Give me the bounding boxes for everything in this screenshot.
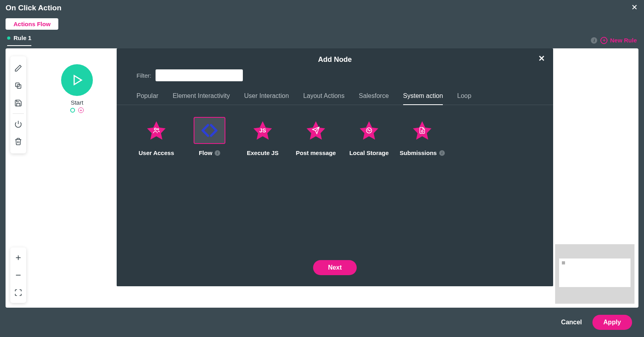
node-label: Execute JS <box>247 149 279 156</box>
copy-icon <box>14 82 22 90</box>
save-tool-button[interactable] <box>10 94 26 112</box>
minimap[interactable] <box>555 244 634 304</box>
node-label: Post message <box>296 149 336 156</box>
window-title: On Click Action <box>6 4 62 12</box>
node-local-storage[interactable]: Local Storage <box>349 117 389 156</box>
modal-footer: Next <box>117 252 553 286</box>
info-icon[interactable]: i <box>591 37 597 44</box>
svg-point-10 <box>158 128 159 130</box>
maximize-icon <box>14 289 22 297</box>
storage-icon <box>365 126 373 134</box>
close-window-button[interactable] <box>631 3 638 13</box>
title-bar: On Click Action <box>0 0 644 16</box>
node-flow[interactable]: Flowi <box>190 117 229 156</box>
canvas-toolbar <box>10 56 26 153</box>
pencil-icon <box>14 64 22 72</box>
modal-title: Add Node <box>318 56 352 64</box>
zoom-out-button[interactable] <box>10 266 26 284</box>
edit-tool-button[interactable] <box>10 59 26 77</box>
start-node-actions: + <box>70 107 84 113</box>
filter-label: Filter: <box>136 72 152 79</box>
info-icon[interactable]: i <box>439 150 445 156</box>
tab-element-interactivity[interactable]: Element Interactivity <box>173 89 230 105</box>
copy-tool-button[interactable] <box>10 77 26 94</box>
start-label: Start <box>71 99 83 106</box>
send-icon <box>312 126 320 134</box>
cancel-button[interactable]: Cancel <box>561 319 582 326</box>
new-rule-label: New Rule <box>610 37 637 44</box>
svg-point-9 <box>154 128 156 130</box>
plus-icon <box>14 254 22 262</box>
svg-marker-0 <box>74 76 81 85</box>
js-icon: JS <box>259 127 266 134</box>
minimap-node-icon <box>562 261 565 264</box>
node-grid: User Access Flowi JS Execute JS <box>117 105 553 168</box>
node-submissions[interactable]: Submissionsi <box>402 117 442 156</box>
on-click-action-window: On Click Action Actions Flow Rule 1 i + … <box>0 0 644 337</box>
plus-circle-icon: + <box>600 37 607 44</box>
rule-active-dot-icon <box>7 36 10 40</box>
add-node-icon[interactable]: + <box>78 107 84 113</box>
apply-button[interactable]: Apply <box>592 315 632 330</box>
play-icon <box>70 73 84 87</box>
filter-row: Filter: <box>117 69 553 89</box>
power-icon <box>14 120 22 128</box>
tab-salesforce[interactable]: Salesforce <box>359 89 389 105</box>
minus-icon <box>14 271 22 279</box>
trash-icon <box>14 138 22 146</box>
power-tool-button[interactable] <box>10 115 26 133</box>
modal-header: Add Node <box>117 48 553 69</box>
minimap-viewport <box>559 258 631 287</box>
node-label: Submissions <box>400 149 436 156</box>
rule-tab-row: Rule 1 i + New Rule <box>0 30 644 46</box>
file-icon <box>419 127 426 134</box>
start-node-circle <box>61 64 93 96</box>
node-label: User Access <box>138 149 174 156</box>
info-icon[interactable]: i <box>215 150 220 156</box>
delete-tool-button[interactable] <box>10 133 26 150</box>
rule-tab-1[interactable]: Rule 1 <box>7 34 31 46</box>
tab-popular[interactable]: Popular <box>136 89 158 105</box>
new-rule-area: i + New Rule <box>591 37 637 44</box>
tab-layout-actions[interactable]: Layout Actions <box>303 89 344 105</box>
user-access-icon <box>152 126 160 134</box>
node-user-access[interactable]: User Access <box>136 117 176 156</box>
close-icon <box>537 54 546 63</box>
svg-point-18 <box>421 130 423 132</box>
ring-icon[interactable] <box>70 108 75 113</box>
filter-input[interactable] <box>156 69 243 81</box>
node-execute-js[interactable]: JS Execute JS <box>243 117 283 156</box>
zoom-toolbar <box>10 247 26 303</box>
tab-loop[interactable]: Loop <box>457 89 471 105</box>
toolbar-divider <box>13 113 24 114</box>
save-icon <box>14 99 22 107</box>
main-canvas-area: Start + Add Node <box>6 48 638 308</box>
new-rule-button[interactable]: + New Rule <box>600 37 637 44</box>
start-node[interactable]: Start + <box>61 64 93 113</box>
actions-flow-button[interactable]: Actions Flow <box>6 18 58 30</box>
add-node-modal: Add Node Filter: Popular Element Interac… <box>117 48 553 286</box>
flow-icon <box>200 121 219 140</box>
next-button[interactable]: Next <box>313 260 357 275</box>
tab-user-interaction[interactable]: User Interaction <box>244 89 289 105</box>
footer-bar: Cancel Apply <box>0 308 644 337</box>
node-label: Flow <box>199 149 212 156</box>
fit-button[interactable] <box>10 284 26 301</box>
zoom-in-button[interactable] <box>10 249 26 266</box>
node-label: Local Storage <box>349 149 388 156</box>
modal-close-button[interactable] <box>537 54 546 64</box>
rule-tab-label: Rule 1 <box>13 34 31 41</box>
node-post-message[interactable]: Post message <box>296 117 336 156</box>
category-tabs: Popular Element Interactivity User Inter… <box>117 89 553 105</box>
tab-system-action[interactable]: System action <box>403 89 443 105</box>
header-row: Actions Flow <box>0 16 644 30</box>
close-icon <box>631 3 638 11</box>
